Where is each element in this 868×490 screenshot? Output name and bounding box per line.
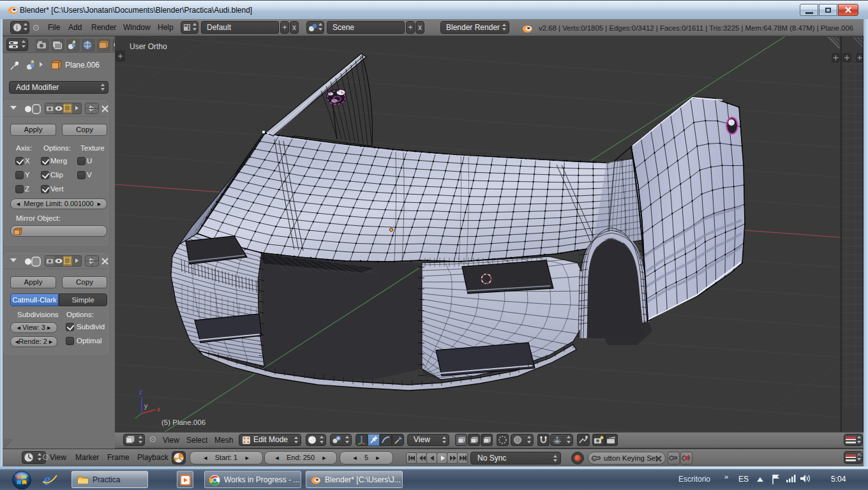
svg-text:i: i [16,24,17,31]
svg-text:y: y [144,403,147,410]
svg-text:e: e [43,471,51,489]
svg-text:z: z [139,389,142,396]
svg-text:(5) Plane.006: (5) Plane.006 [161,419,206,426]
svg-text:x: x [157,406,160,413]
svg-text:User Ortho: User Ortho [130,42,167,51]
